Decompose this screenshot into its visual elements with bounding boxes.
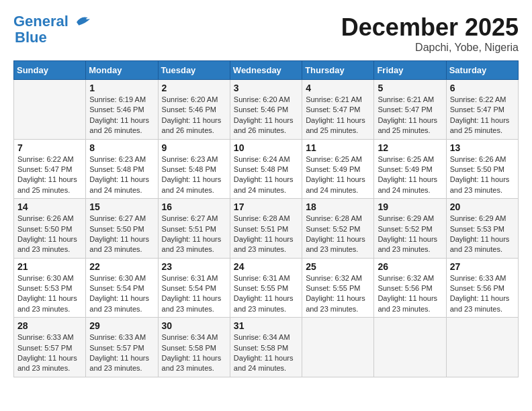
calendar-cell: 24Sunrise: 6:31 AM Sunset: 5:55 PM Dayli…: [230, 258, 302, 318]
calendar-cell: [14, 80, 86, 140]
day-number: 18: [306, 201, 370, 212]
calendar-cell: 20Sunrise: 6:29 AM Sunset: 5:53 PM Dayli…: [446, 199, 518, 259]
day-number: 5: [378, 83, 442, 93]
calendar-cell: 28Sunrise: 6:33 AM Sunset: 5:57 PM Dayli…: [14, 318, 86, 377]
calendar-header-row: SundayMondayTuesdayWednesdayThursdayFrid…: [14, 61, 519, 80]
day-number: 6: [450, 83, 515, 93]
day-info: Sunrise: 6:26 AM Sunset: 5:50 PM Dayligh…: [17, 214, 82, 255]
calendar-week-row: 7Sunrise: 6:22 AM Sunset: 5:47 PM Daylig…: [14, 139, 519, 199]
calendar-cell: [374, 318, 446, 377]
day-info: Sunrise: 6:28 AM Sunset: 5:51 PM Dayligh…: [234, 214, 298, 255]
day-number: 11: [306, 142, 370, 153]
day-number: 9: [162, 142, 226, 153]
day-info: Sunrise: 6:21 AM Sunset: 5:47 PM Dayligh…: [306, 95, 370, 136]
calendar-cell: 16Sunrise: 6:27 AM Sunset: 5:51 PM Dayli…: [158, 199, 230, 259]
calendar-cell: 18Sunrise: 6:28 AM Sunset: 5:52 PM Dayli…: [302, 199, 374, 259]
day-number: 13: [450, 142, 515, 153]
day-info: Sunrise: 6:21 AM Sunset: 5:47 PM Dayligh…: [378, 95, 442, 136]
day-info: Sunrise: 6:20 AM Sunset: 5:46 PM Dayligh…: [162, 95, 226, 136]
column-header-saturday: Saturday: [446, 61, 518, 80]
day-number: 26: [378, 261, 442, 272]
calendar-cell: 3Sunrise: 6:20 AM Sunset: 5:46 PM Daylig…: [230, 80, 302, 140]
day-info: Sunrise: 6:31 AM Sunset: 5:54 PM Dayligh…: [162, 273, 226, 315]
calendar-cell: 27Sunrise: 6:33 AM Sunset: 5:56 PM Dayli…: [446, 258, 518, 318]
day-number: 30: [162, 320, 226, 331]
day-number: 27: [450, 261, 515, 272]
calendar-week-row: 1Sunrise: 6:19 AM Sunset: 5:46 PM Daylig…: [14, 80, 519, 140]
day-info: Sunrise: 6:23 AM Sunset: 5:48 PM Dayligh…: [89, 154, 154, 196]
calendar-cell: 10Sunrise: 6:24 AM Sunset: 5:48 PM Dayli…: [230, 139, 302, 199]
day-info: Sunrise: 6:22 AM Sunset: 5:47 PM Dayligh…: [17, 154, 82, 196]
day-number: 1: [89, 83, 154, 93]
title-block: December 2025 Dapchi, Yobe, Nigeria: [341, 13, 519, 54]
logo-bird-icon: [74, 15, 93, 29]
day-info: Sunrise: 6:29 AM Sunset: 5:52 PM Dayligh…: [378, 214, 442, 255]
day-info: Sunrise: 6:25 AM Sunset: 5:49 PM Dayligh…: [306, 154, 370, 196]
column-header-tuesday: Tuesday: [158, 61, 230, 80]
day-info: Sunrise: 6:27 AM Sunset: 5:50 PM Dayligh…: [89, 214, 154, 255]
day-info: Sunrise: 6:34 AM Sunset: 5:58 PM Dayligh…: [234, 332, 298, 374]
column-header-thursday: Thursday: [302, 61, 374, 80]
day-number: 19: [378, 201, 442, 212]
day-number: 29: [89, 320, 154, 331]
calendar-cell: 14Sunrise: 6:26 AM Sunset: 5:50 PM Dayli…: [14, 199, 86, 259]
day-number: 24: [234, 261, 298, 272]
day-number: 17: [234, 201, 298, 212]
calendar-cell: 9Sunrise: 6:23 AM Sunset: 5:48 PM Daylig…: [158, 139, 230, 199]
location-subtitle: Dapchi, Yobe, Nigeria: [341, 42, 519, 54]
day-info: Sunrise: 6:20 AM Sunset: 5:46 PM Dayligh…: [234, 95, 298, 136]
day-info: Sunrise: 6:33 AM Sunset: 5:56 PM Dayligh…: [450, 273, 515, 315]
calendar-cell: 6Sunrise: 6:22 AM Sunset: 5:47 PM Daylig…: [446, 80, 518, 140]
day-info: Sunrise: 6:28 AM Sunset: 5:52 PM Dayligh…: [306, 214, 370, 255]
day-info: Sunrise: 6:32 AM Sunset: 5:56 PM Dayligh…: [378, 273, 442, 315]
day-number: 21: [17, 261, 82, 272]
calendar-cell: [302, 318, 374, 377]
day-info: Sunrise: 6:24 AM Sunset: 5:48 PM Dayligh…: [234, 154, 298, 196]
calendar-cell: 29Sunrise: 6:33 AM Sunset: 5:57 PM Dayli…: [86, 318, 158, 377]
day-info: Sunrise: 6:29 AM Sunset: 5:53 PM Dayligh…: [450, 214, 515, 255]
page-header: General Blue December 2025 Dapchi, Yobe,…: [13, 13, 519, 54]
day-info: Sunrise: 6:31 AM Sunset: 5:55 PM Dayligh…: [234, 273, 298, 315]
calendar-cell: [446, 318, 518, 377]
column-header-monday: Monday: [86, 61, 158, 80]
calendar-cell: 2Sunrise: 6:20 AM Sunset: 5:46 PM Daylig…: [158, 80, 230, 140]
logo-blue: Blue: [15, 30, 93, 46]
column-header-wednesday: Wednesday: [230, 61, 302, 80]
logo-general: General: [13, 13, 69, 30]
calendar-cell: 4Sunrise: 6:21 AM Sunset: 5:47 PM Daylig…: [302, 80, 374, 140]
day-number: 23: [162, 261, 226, 272]
calendar-cell: 5Sunrise: 6:21 AM Sunset: 5:47 PM Daylig…: [374, 80, 446, 140]
calendar-cell: 15Sunrise: 6:27 AM Sunset: 5:50 PM Dayli…: [86, 199, 158, 259]
day-number: 25: [306, 261, 370, 272]
day-number: 22: [89, 261, 154, 272]
day-info: Sunrise: 6:22 AM Sunset: 5:47 PM Dayligh…: [450, 95, 515, 136]
day-number: 15: [89, 201, 154, 212]
day-info: Sunrise: 6:33 AM Sunset: 5:57 PM Dayligh…: [17, 332, 82, 374]
calendar-cell: 31Sunrise: 6:34 AM Sunset: 5:58 PM Dayli…: [230, 318, 302, 377]
calendar-week-row: 14Sunrise: 6:26 AM Sunset: 5:50 PM Dayli…: [14, 199, 519, 259]
day-number: 4: [306, 83, 370, 93]
day-info: Sunrise: 6:26 AM Sunset: 5:50 PM Dayligh…: [450, 154, 515, 196]
day-info: Sunrise: 6:33 AM Sunset: 5:57 PM Dayligh…: [89, 332, 154, 374]
calendar-cell: 23Sunrise: 6:31 AM Sunset: 5:54 PM Dayli…: [158, 258, 230, 318]
calendar-week-row: 21Sunrise: 6:30 AM Sunset: 5:53 PM Dayli…: [14, 258, 519, 318]
calendar-cell: 17Sunrise: 6:28 AM Sunset: 5:51 PM Dayli…: [230, 199, 302, 259]
calendar-cell: 13Sunrise: 6:26 AM Sunset: 5:50 PM Dayli…: [446, 139, 518, 199]
day-number: 7: [17, 142, 82, 153]
day-number: 8: [89, 142, 154, 153]
day-info: Sunrise: 6:30 AM Sunset: 5:54 PM Dayligh…: [89, 273, 154, 315]
day-number: 14: [17, 201, 82, 212]
calendar-cell: 30Sunrise: 6:34 AM Sunset: 5:58 PM Dayli…: [158, 318, 230, 377]
calendar-cell: 7Sunrise: 6:22 AM Sunset: 5:47 PM Daylig…: [14, 139, 86, 199]
logo-text: General: [13, 13, 93, 30]
calendar-cell: 25Sunrise: 6:32 AM Sunset: 5:55 PM Dayli…: [302, 258, 374, 318]
calendar-table: SundayMondayTuesdayWednesdayThursdayFrid…: [13, 60, 519, 377]
calendar-cell: 19Sunrise: 6:29 AM Sunset: 5:52 PM Dayli…: [374, 199, 446, 259]
calendar-week-row: 28Sunrise: 6:33 AM Sunset: 5:57 PM Dayli…: [14, 318, 519, 377]
day-info: Sunrise: 6:23 AM Sunset: 5:48 PM Dayligh…: [162, 154, 226, 196]
day-number: 10: [234, 142, 298, 153]
column-header-sunday: Sunday: [14, 61, 86, 80]
calendar-cell: 8Sunrise: 6:23 AM Sunset: 5:48 PM Daylig…: [86, 139, 158, 199]
day-number: 2: [162, 83, 226, 93]
calendar-cell: 12Sunrise: 6:25 AM Sunset: 5:49 PM Dayli…: [374, 139, 446, 199]
